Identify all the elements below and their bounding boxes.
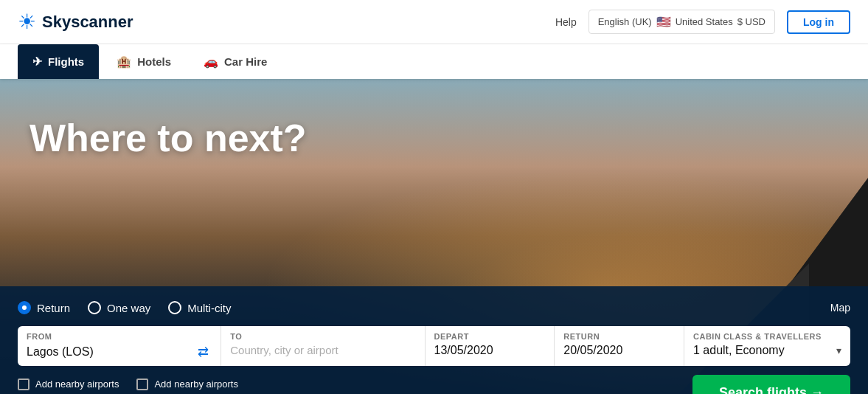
flag-icon: 🇺🇸 [656, 15, 671, 29]
hotels-icon: 🏨 [117, 55, 131, 69]
cabin-label: Cabin Class & Travellers [693, 332, 841, 341]
depart-label: Depart [434, 332, 546, 341]
search-flights-button[interactable]: Search flights → [692, 375, 850, 394]
from-label: From [27, 332, 212, 341]
radio-return-label: Return [37, 302, 70, 314]
tab-flights[interactable]: ✈ Flights [18, 44, 99, 79]
map-link[interactable]: Map [830, 302, 850, 314]
radio-one-way[interactable]: One way [88, 301, 150, 314]
flights-icon: ✈ [32, 55, 42, 69]
nearby-row: Add nearby airports Add nearby airports [18, 379, 692, 390]
locale-label: English (UK) [598, 16, 652, 27]
tab-hotels-label: Hotels [137, 55, 171, 68]
return-label: Return [563, 332, 675, 341]
skyscanner-logo-icon: ☀ [18, 10, 36, 34]
checkbox-nearby-from-box [18, 379, 29, 390]
car-icon: 🚗 [204, 55, 218, 69]
tab-car-hire[interactable]: 🚗 Car Hire [189, 44, 282, 79]
trip-type-row: Return One way Multi-city Map [18, 301, 850, 314]
bottom-row: Add nearby airports Add nearby airports … [18, 375, 850, 394]
from-field[interactable]: From Lagos (LOS) ⇄ [18, 326, 221, 366]
fields-row: From Lagos (LOS) ⇄ To Country, city or a… [18, 326, 850, 366]
hero-section: Where to next? Return One way Multi-city… [0, 79, 868, 394]
to-field[interactable]: To Country, city or airport [221, 326, 425, 366]
dropdown-arrow-icon: ▾ [836, 345, 841, 356]
header-right: Help English (UK) 🇺🇸 United States $ USD… [555, 10, 850, 34]
locale-button[interactable]: English (UK) 🇺🇸 United States $ USD [588, 10, 775, 34]
return-value: 20/05/2020 [563, 344, 675, 357]
checkbox-nearby-from[interactable]: Add nearby airports [18, 379, 119, 390]
logo-text: Skyscanner [42, 13, 133, 32]
radio-return[interactable]: Return [18, 301, 70, 314]
checkbox-nearby-to[interactable]: Add nearby airports [136, 379, 237, 390]
depart-field[interactable]: Depart 13/05/2020 [426, 326, 555, 366]
tab-car-hire-label: Car Hire [224, 55, 267, 68]
checkbox-nearby-to-label: Add nearby airports [154, 379, 237, 390]
from-inner: Lagos (LOS) ⇄ [27, 344, 212, 360]
radio-multi-city-circle [168, 301, 181, 314]
login-button[interactable]: Log in [787, 10, 850, 34]
header: ☀ Skyscanner Help English (UK) 🇺🇸 United… [0, 0, 868, 44]
help-link[interactable]: Help [555, 16, 577, 28]
tab-hotels[interactable]: 🏨 Hotels [102, 44, 186, 79]
to-placeholder: Country, city or airport [230, 344, 415, 356]
checkboxes-area: Add nearby airports Add nearby airports … [18, 379, 692, 395]
checkbox-nearby-to-box [136, 379, 148, 390]
logo-area: ☀ Skyscanner [18, 10, 133, 34]
cabin-inner: 1 adult, Economy ▾ [693, 344, 841, 357]
country-label: United States [676, 16, 733, 27]
radio-multi-city[interactable]: Multi-city [168, 301, 231, 314]
search-panel: Return One way Multi-city Map From Lagos… [0, 286, 868, 394]
checkbox-nearby-from-label: Add nearby airports [35, 379, 119, 390]
currency-label: $ USD [737, 16, 765, 27]
radio-one-way-label: One way [107, 302, 150, 314]
to-label: To [230, 332, 415, 341]
cabin-value: 1 adult, Economy [693, 344, 785, 357]
swap-button[interactable]: ⇄ [195, 344, 212, 360]
cabin-field[interactable]: Cabin Class & Travellers 1 adult, Econom… [684, 326, 850, 366]
radio-multi-city-label: Multi-city [187, 302, 231, 314]
radio-return-circle [18, 301, 31, 314]
depart-value: 13/05/2020 [434, 344, 546, 357]
radio-one-way-circle [88, 301, 101, 314]
tab-flights-label: Flights [48, 55, 84, 68]
return-field[interactable]: Return 20/05/2020 [555, 326, 684, 366]
hero-title: Where to next? [29, 116, 307, 160]
nav-tabs: ✈ Flights 🏨 Hotels 🚗 Car Hire [0, 44, 868, 79]
from-value: Lagos (LOS) [27, 345, 94, 359]
